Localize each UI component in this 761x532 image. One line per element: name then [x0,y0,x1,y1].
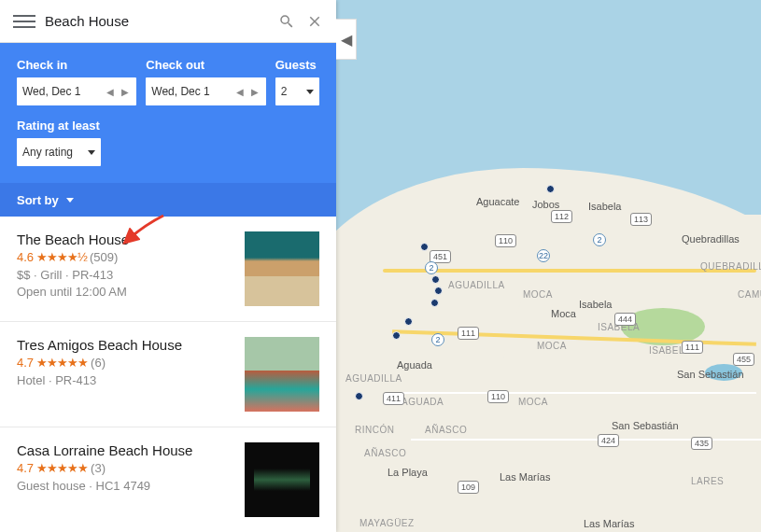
open-hours: Open until 12:00 AM [17,284,233,301]
checkin-picker[interactable]: Wed, Dec 1 ◀▶ [17,77,136,105]
rating-number: 4.7 [17,461,34,475]
route-shield: 22 [537,249,550,262]
route-shield: 2 [431,333,444,346]
rating-picker[interactable]: Any rating [17,138,101,166]
review-count: (509) [90,250,118,264]
route-shield: 110 [495,234,516,247]
map-place-label: Quebradillas [682,233,740,245]
map-place-label: QUEBRADILLAS [700,261,761,272]
map-place-label: CAMUY [738,289,761,300]
map-canvas[interactable]: AguacateJobosIsabelaQuebradillasCAMUYQUE… [336,0,761,532]
checkin-label: Check in [17,58,136,72]
checkout-value: Wed, Dec 1 [151,85,209,98]
checkout-picker[interactable]: Wed, Dec 1 ◀▶ [146,77,265,105]
sort-dropdown[interactable]: Sort by [0,183,336,217]
map-pin[interactable] [355,392,363,400]
map-place-label: Isabela [579,299,612,310]
result-thumbnail [245,231,319,306]
map-pin[interactable] [404,317,413,326]
map-place-label: MOCA [518,397,548,407]
menu-icon[interactable] [13,10,35,33]
route-shield: 2 [593,233,606,246]
map-place-label: Las Marías [584,518,634,529]
map-pin[interactable] [430,299,439,307]
result-meta: Guest house · HC1 4749 [17,478,233,495]
map-place-label: Moca [551,308,576,319]
map-place-label: Aguada [397,359,432,371]
map-place-label: Jobos [532,199,559,210]
route-shield: 424 [598,434,619,447]
chevron-left-icon[interactable]: ◀ [105,87,116,97]
map-place-label: AÑASCO [364,448,406,458]
rating-stars-icon: ★★★★½ [36,250,87,264]
sort-label: Sort by [17,193,59,207]
checkout-label: Check out [146,58,265,72]
map-place-label: AÑASCO [425,425,467,435]
checkin-value: Wed, Dec 1 [22,85,80,98]
route-shield: 111 [458,327,479,340]
map-place-label: MAYAGÜEZ [359,518,415,528]
route-shield: 435 [691,437,712,450]
map-place-label: San Sebastián [677,369,744,380]
side-panel: Check in Wed, Dec 1 ◀▶ Check out Wed, De… [0,0,336,532]
result-name: Tres Amigos Beach House [17,337,233,353]
map-place-label: Isabela [588,201,621,212]
guests-value: 2 [281,85,288,98]
map-pin[interactable] [434,287,443,295]
guests-label: Guests [275,58,319,72]
chevron-right-icon[interactable]: ▶ [120,87,131,97]
close-icon[interactable] [301,7,329,35]
result-item[interactable]: The Beach House 4.6 ★★★★½ (509) $$ · Gri… [0,217,336,322]
chevron-down-icon [306,90,314,94]
map-place-label: La Playa [388,467,428,478]
result-thumbnail [245,337,319,412]
rating-stars-icon: ★★★★★ [36,356,88,370]
guests-picker[interactable]: 2 [275,77,319,105]
rating-label: Rating at least [17,119,319,133]
chevron-left-icon[interactable]: ◀ [234,87,246,97]
map-place-label: Las Marías [500,471,550,483]
search-bar [0,0,336,43]
map-place-label: AGUADILLA [345,373,402,384]
map-place-label: Aguacate [476,196,519,207]
rating-value: Any rating [22,146,73,159]
map-pin[interactable] [392,331,401,340]
search-input[interactable] [45,13,273,29]
map-place-label: RINCÓN [355,425,394,435]
review-count: (6) [91,356,106,370]
rating-stars-icon: ★★★★★ [36,461,88,475]
search-icon[interactable] [273,7,301,35]
map-place-label: MOCA [523,289,553,300]
map-pin[interactable] [546,185,555,193]
chevron-down-icon [88,150,95,155]
route-shield: 110 [487,390,509,403]
route-shield: 444 [614,313,636,326]
route-shield: 109 [458,481,479,494]
route-shield: 112 [551,210,572,223]
map-place-label: LARES [691,476,724,486]
rating-number: 4.6 [17,250,34,264]
chevron-right-icon[interactable]: ▶ [249,87,261,97]
route-shield: 411 [383,392,404,405]
result-meta: $$ · Grill · PR-413 [17,267,233,284]
map-place-label: AGUADA [402,397,444,407]
result-name: Casa Lorraine Beach House [17,442,233,458]
map-pin[interactable] [431,275,440,284]
booking-filters: Check in Wed, Dec 1 ◀▶ Check out Wed, De… [0,43,336,183]
result-name: The Beach House [17,231,233,247]
route-shield: 2 [425,261,438,274]
rating-number: 4.7 [17,356,34,370]
chevron-down-icon [66,198,74,203]
result-item[interactable]: Casa Lorraine Beach House 4.7 ★★★★★ (3) … [0,427,336,532]
map-place-label: MOCA [537,341,567,351]
collapse-panel-button[interactable]: ◀ [336,19,357,60]
review-count: (3) [91,461,106,475]
result-meta: Hotel · PR-413 [17,372,233,389]
map-place-label: San Sebastián [612,420,679,431]
map-pin[interactable] [420,243,429,251]
map-place-label: AGUADILLA [448,280,505,290]
route-shield: 111 [682,341,703,354]
results-list[interactable]: The Beach House 4.6 ★★★★½ (509) $$ · Gri… [0,217,336,532]
result-thumbnail [245,442,319,517]
result-item[interactable]: Tres Amigos Beach House 4.7 ★★★★★ (6) Ho… [0,322,336,427]
